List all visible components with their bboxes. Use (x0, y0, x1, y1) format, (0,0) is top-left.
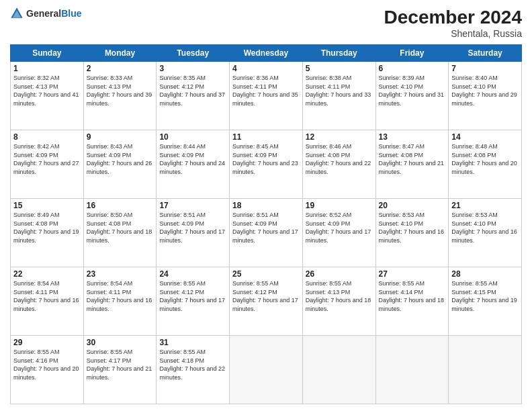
table-cell: 2Sunrise: 8:33 AM Sunset: 4:13 PM Daylig… (83, 62, 157, 130)
day-number: 17 (159, 201, 226, 210)
calendar-row: 1Sunrise: 8:32 AM Sunset: 4:13 PM Daylig… (11, 62, 522, 130)
table-cell: 28Sunrise: 8:55 AM Sunset: 4:15 PM Dayli… (449, 267, 522, 336)
table-cell: 30Sunrise: 8:55 AM Sunset: 4:17 PM Dayli… (83, 336, 157, 404)
calendar-header: Sunday Monday Tuesday Wednesday Thursday… (11, 45, 522, 62)
day-number: 15 (13, 201, 81, 210)
day-number: 13 (379, 132, 446, 142)
table-cell: 8Sunrise: 8:42 AM Sunset: 4:09 PM Daylig… (11, 130, 84, 199)
table-cell: 9Sunrise: 8:43 AM Sunset: 4:09 PM Daylig… (83, 130, 157, 199)
day-number: 29 (13, 338, 81, 347)
logo-blue: Blue (61, 8, 81, 19)
day-number: 3 (159, 64, 226, 73)
header: General Blue December 2024 Shentala, Rus… (10, 7, 522, 39)
calendar-row: 8Sunrise: 8:42 AM Sunset: 4:09 PM Daylig… (11, 130, 522, 199)
day-number: 21 (451, 201, 519, 210)
table-cell: 14Sunrise: 8:48 AM Sunset: 4:08 PM Dayli… (449, 130, 522, 199)
day-number: 23 (87, 269, 154, 279)
calendar-row: 22Sunrise: 8:54 AM Sunset: 4:11 PM Dayli… (11, 267, 522, 336)
day-number: 5 (306, 64, 373, 73)
day-number: 31 (159, 338, 226, 347)
table-cell: 3Sunrise: 8:35 AM Sunset: 4:12 PM Daylig… (157, 62, 230, 130)
table-cell: 23Sunrise: 8:54 AM Sunset: 4:11 PM Dayli… (83, 267, 157, 336)
day-info: Sunrise: 8:48 AM Sunset: 4:08 PM Dayligh… (451, 142, 519, 176)
day-info: Sunrise: 8:32 AM Sunset: 4:13 PM Dayligh… (13, 74, 81, 107)
day-info: Sunrise: 8:55 AM Sunset: 4:14 PM Dayligh… (379, 279, 446, 313)
day-number: 28 (451, 269, 519, 279)
header-row: Sunday Monday Tuesday Wednesday Thursday… (11, 45, 522, 62)
table-cell (375, 336, 449, 404)
table-cell: 4Sunrise: 8:36 AM Sunset: 4:11 PM Daylig… (230, 62, 303, 130)
day-info: Sunrise: 8:39 AM Sunset: 4:10 PM Dayligh… (379, 74, 446, 107)
table-cell: 11Sunrise: 8:45 AM Sunset: 4:09 PM Dayli… (230, 130, 303, 199)
table-cell: 10Sunrise: 8:44 AM Sunset: 4:09 PM Dayli… (157, 130, 230, 199)
table-cell: 21Sunrise: 8:53 AM Sunset: 4:10 PM Dayli… (449, 199, 522, 267)
day-number: 26 (306, 269, 373, 279)
table-cell: 5Sunrise: 8:38 AM Sunset: 4:11 PM Daylig… (302, 62, 375, 130)
month-year: December 2024 (384, 7, 522, 28)
day-number: 6 (379, 64, 446, 73)
day-info: Sunrise: 8:51 AM Sunset: 4:09 PM Dayligh… (232, 211, 300, 244)
day-info: Sunrise: 8:55 AM Sunset: 4:15 PM Dayligh… (451, 279, 519, 313)
location: Shentala, Russia (384, 28, 522, 39)
day-number: 7 (451, 64, 519, 73)
day-number: 18 (232, 201, 300, 210)
table-cell: 19Sunrise: 8:52 AM Sunset: 4:09 PM Dayli… (302, 199, 375, 267)
col-friday: Friday (375, 45, 449, 62)
table-cell (449, 336, 522, 404)
day-info: Sunrise: 8:36 AM Sunset: 4:11 PM Dayligh… (232, 74, 300, 107)
day-number: 27 (379, 269, 446, 279)
logo-text: General Blue (26, 8, 81, 19)
day-info: Sunrise: 8:54 AM Sunset: 4:11 PM Dayligh… (13, 279, 81, 313)
calendar-body: 1Sunrise: 8:32 AM Sunset: 4:13 PM Daylig… (11, 62, 522, 404)
col-tuesday: Tuesday (157, 45, 230, 62)
table-cell: 15Sunrise: 8:49 AM Sunset: 4:08 PM Dayli… (11, 199, 84, 267)
col-wednesday: Wednesday (230, 45, 303, 62)
table-cell: 7Sunrise: 8:40 AM Sunset: 4:10 PM Daylig… (449, 62, 522, 130)
day-info: Sunrise: 8:53 AM Sunset: 4:10 PM Dayligh… (451, 211, 519, 244)
day-info: Sunrise: 8:53 AM Sunset: 4:10 PM Dayligh… (379, 211, 446, 244)
day-number: 1 (13, 64, 81, 73)
day-number: 20 (379, 201, 446, 210)
title-block: December 2024 Shentala, Russia (384, 7, 522, 39)
table-cell: 25Sunrise: 8:55 AM Sunset: 4:12 PM Dayli… (230, 267, 303, 336)
day-info: Sunrise: 8:47 AM Sunset: 4:08 PM Dayligh… (379, 142, 446, 176)
day-info: Sunrise: 8:43 AM Sunset: 4:09 PM Dayligh… (87, 142, 154, 176)
day-number: 16 (87, 201, 154, 210)
day-number: 4 (232, 64, 300, 73)
table-cell: 31Sunrise: 8:55 AM Sunset: 4:18 PM Dayli… (157, 336, 230, 404)
table-cell: 27Sunrise: 8:55 AM Sunset: 4:14 PM Dayli… (375, 267, 449, 336)
day-info: Sunrise: 8:45 AM Sunset: 4:09 PM Dayligh… (232, 142, 300, 176)
day-number: 19 (306, 201, 373, 210)
page: General Blue December 2024 Shentala, Rus… (0, 0, 532, 411)
day-number: 11 (232, 132, 300, 142)
day-info: Sunrise: 8:35 AM Sunset: 4:12 PM Dayligh… (159, 74, 226, 107)
table-cell: 24Sunrise: 8:55 AM Sunset: 4:12 PM Dayli… (157, 267, 230, 336)
day-number: 12 (306, 132, 373, 142)
logo: General Blue (10, 7, 81, 20)
table-cell: 13Sunrise: 8:47 AM Sunset: 4:08 PM Dayli… (375, 130, 449, 199)
logo-general: General (26, 8, 61, 19)
day-number: 25 (232, 269, 300, 279)
day-info: Sunrise: 8:51 AM Sunset: 4:09 PM Dayligh… (159, 211, 226, 244)
day-number: 24 (159, 269, 226, 279)
day-number: 2 (87, 64, 154, 73)
col-monday: Monday (83, 45, 157, 62)
day-info: Sunrise: 8:46 AM Sunset: 4:08 PM Dayligh… (306, 142, 373, 176)
day-number: 8 (13, 132, 81, 142)
day-info: Sunrise: 8:49 AM Sunset: 4:08 PM Dayligh… (13, 211, 81, 244)
day-info: Sunrise: 8:38 AM Sunset: 4:11 PM Dayligh… (306, 74, 373, 107)
day-info: Sunrise: 8:55 AM Sunset: 4:12 PM Dayligh… (232, 279, 300, 313)
day-number: 30 (87, 338, 154, 347)
table-cell: 1Sunrise: 8:32 AM Sunset: 4:13 PM Daylig… (11, 62, 84, 130)
table-cell: 29Sunrise: 8:55 AM Sunset: 4:16 PM Dayli… (11, 336, 84, 404)
day-info: Sunrise: 8:40 AM Sunset: 4:10 PM Dayligh… (451, 74, 519, 107)
table-cell (230, 336, 303, 404)
table-cell: 22Sunrise: 8:54 AM Sunset: 4:11 PM Dayli… (11, 267, 84, 336)
table-cell: 12Sunrise: 8:46 AM Sunset: 4:08 PM Dayli… (302, 130, 375, 199)
col-saturday: Saturday (449, 45, 522, 62)
table-cell (302, 336, 375, 404)
day-info: Sunrise: 8:42 AM Sunset: 4:09 PM Dayligh… (13, 142, 81, 176)
table-cell: 16Sunrise: 8:50 AM Sunset: 4:08 PM Dayli… (83, 199, 157, 267)
day-info: Sunrise: 8:55 AM Sunset: 4:12 PM Dayligh… (159, 279, 226, 313)
calendar-table: Sunday Monday Tuesday Wednesday Thursday… (10, 44, 522, 404)
